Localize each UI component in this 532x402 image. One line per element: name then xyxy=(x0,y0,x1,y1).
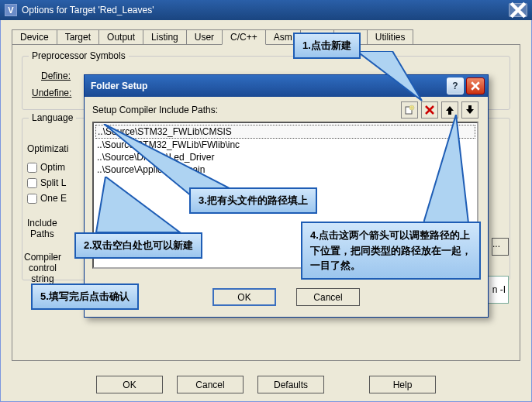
arrow-up-icon xyxy=(444,105,455,115)
app-icon: V xyxy=(5,4,17,16)
tab-cpp[interactable]: C/C++ xyxy=(222,29,266,45)
cb-split-box[interactable] xyxy=(27,178,37,188)
tab-device[interactable]: Device xyxy=(12,29,57,45)
include-path-browse-button[interactable]: ... xyxy=(492,238,509,256)
callout-2: 2.双击空白处也可以新建 xyxy=(74,232,202,259)
callout-1-pointer xyxy=(357,51,434,105)
new-icon xyxy=(404,105,415,115)
tab-listing[interactable]: Listing xyxy=(143,29,187,45)
tabstrip: Device Target Output Listing User C/C++ … xyxy=(12,29,520,45)
main-button-bar: OK Cancel Defaults Help xyxy=(1,376,531,393)
callout-1: 1.点击新建 xyxy=(293,33,361,59)
preproc-legend: Preprocessor Symbols xyxy=(29,50,129,61)
close-icon xyxy=(471,81,480,91)
cb-optim[interactable]: Optim xyxy=(27,162,65,173)
compiler-control-text: n -I xyxy=(492,284,506,295)
main-cancel-button[interactable]: Cancel xyxy=(177,376,244,393)
main-ok-button[interactable]: OK xyxy=(96,376,163,393)
cb-split[interactable]: Split L xyxy=(27,177,66,188)
svg-marker-2 xyxy=(357,51,422,101)
arrow-down-icon xyxy=(465,105,475,115)
delete-icon xyxy=(424,105,435,115)
compiler-control-label: Compiler control string xyxy=(24,252,61,284)
cb-split-label: Split L xyxy=(40,177,66,188)
cb-one-e[interactable]: One E xyxy=(27,193,67,204)
dialog-button-bar: OK Cancel xyxy=(85,288,488,306)
dialog-label: Setup Compiler Include Paths: xyxy=(92,105,218,115)
main-help-button[interactable]: Help xyxy=(369,376,436,393)
help-icon: ? xyxy=(452,81,458,91)
callout-2-pointer xyxy=(93,177,186,235)
tab-output[interactable]: Output xyxy=(98,29,143,45)
cb-one-e-box[interactable] xyxy=(27,194,37,204)
close-icon xyxy=(510,2,527,19)
callout-4-pointer xyxy=(423,115,470,225)
main-titlebar: V Options for Target 'Red_Leaves' xyxy=(0,0,532,20)
main-defaults-button[interactable]: Defaults xyxy=(257,376,324,393)
cb-optim-box[interactable] xyxy=(27,163,37,173)
dialog-close-button[interactable] xyxy=(466,77,485,94)
dialog-help-button[interactable]: ? xyxy=(447,77,464,94)
tab-utilities[interactable]: Utilities xyxy=(367,29,414,45)
optimization-label: Optimizati xyxy=(27,143,68,154)
svg-marker-5 xyxy=(423,115,468,223)
svg-marker-4 xyxy=(96,177,180,232)
tab-user[interactable]: User xyxy=(186,29,223,45)
dialog-cancel-button[interactable]: Cancel xyxy=(296,288,360,306)
main-close-button[interactable] xyxy=(509,3,527,17)
callout-3: 3.把有头文件的路径填上 xyxy=(189,187,317,214)
include-paths-label: Include Paths xyxy=(27,218,57,239)
lang-legend: Language xyxy=(29,112,76,123)
window-title: Options for Target 'Red_Leaves' xyxy=(22,5,509,15)
tab-target[interactable]: Target xyxy=(57,29,99,45)
define-label: Define: xyxy=(41,70,71,81)
cb-optim-label: Optim xyxy=(40,162,65,173)
callout-4: 4.点击这两个箭头可以调整路径的上下位置，把同类型的路径放在一起，一目了然。 xyxy=(301,222,481,280)
callout-5: 5.填写完后点击确认 xyxy=(31,283,139,310)
cb-one-e-label: One E xyxy=(40,193,67,204)
dialog-ok-button[interactable]: OK xyxy=(212,288,276,306)
undefine-label: Undefine: xyxy=(32,88,71,98)
